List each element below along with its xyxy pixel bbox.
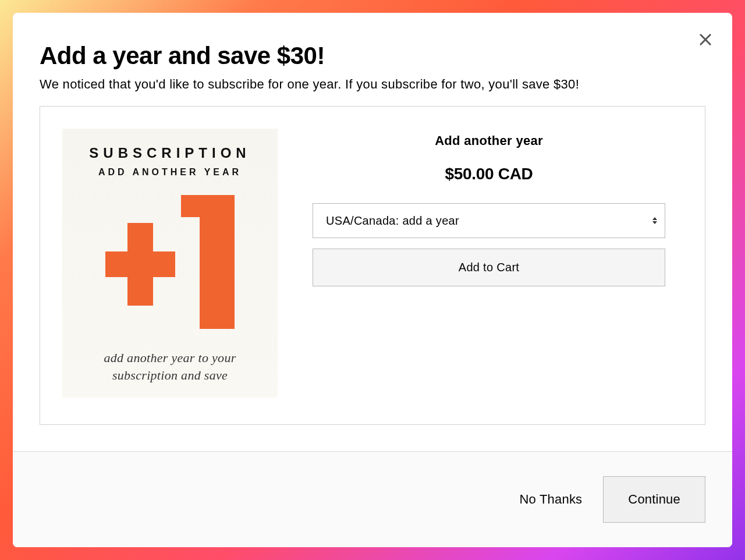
close-button[interactable] — [696, 30, 715, 49]
no-thanks-button[interactable]: No Thanks — [520, 492, 583, 507]
product-details: Add another year $50.00 CAD USA/Canada: … — [313, 129, 683, 398]
product-image: SUBSCRIPTION ADD ANOTHER YEAR add anothe… — [62, 129, 278, 398]
plus-one-icon — [105, 195, 235, 329]
product-price: $50.00 CAD — [313, 165, 665, 183]
modal-body: Add a year and save $30! We noticed that… — [13, 13, 732, 451]
product-image-caption: add another year to your subscription an… — [74, 349, 266, 384]
product-image-subheading: ADD ANOTHER YEAR — [98, 167, 242, 178]
modal-footer: No Thanks Continue — [13, 451, 732, 547]
modal-title: Add a year and save $30! — [40, 42, 705, 70]
modal-subtitle: We noticed that you'd like to subscribe … — [40, 77, 705, 92]
variant-select[interactable]: USA/Canada: add a year — [313, 203, 665, 238]
product-container: SUBSCRIPTION ADD ANOTHER YEAR add anothe… — [40, 106, 705, 425]
upsell-modal: Add a year and save $30! We noticed that… — [13, 13, 732, 547]
add-to-cart-button[interactable]: Add to Cart — [313, 249, 665, 286]
product-image-heading: SUBSCRIPTION — [89, 145, 250, 161]
variant-select-wrapper: USA/Canada: add a year — [313, 203, 665, 238]
product-title: Add another year — [313, 133, 665, 148]
close-icon — [697, 31, 714, 48]
continue-button[interactable]: Continue — [603, 476, 705, 523]
